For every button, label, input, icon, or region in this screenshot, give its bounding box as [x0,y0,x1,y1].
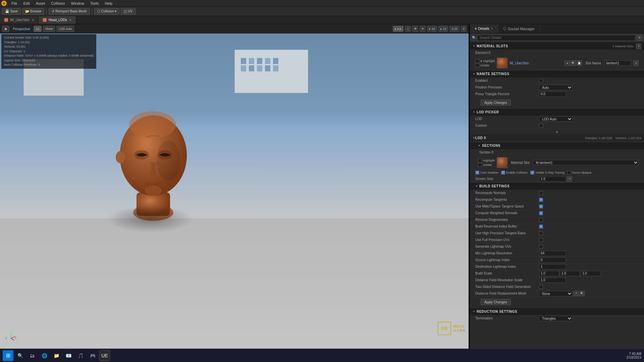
proxy-triangle-input[interactable] [539,92,566,97]
df-resolution-input[interactable] [539,278,566,283]
material-use-button[interactable]: ● [565,60,570,66]
enable-collision-flag[interactable]: Enable Collision [501,171,528,175]
menu-help[interactable]: Help [102,1,115,6]
cast-shadow-cb[interactable] [475,171,479,175]
cast-shadow-flag[interactable]: Cast Shadow [475,171,498,175]
menu-asset[interactable]: Asset [33,1,48,6]
enable-collision-cb[interactable] [501,171,505,175]
screen-size-reset[interactable]: ↺ [567,176,572,182]
force-opaque-cb[interactable] [567,171,571,175]
section0-highlight-cb[interactable] [478,159,482,163]
taskbar-files[interactable]: 📁 [51,350,62,361]
visible-ray-tracing-flag[interactable]: Visible In Ray Tracing [530,171,565,175]
viewport-realtime-btn[interactable]: ▸ ▸ ▸ [393,26,404,32]
taskbar-mail[interactable]: 📧 [63,350,74,361]
source-lightmap-input[interactable] [539,257,566,263]
taskbar-music[interactable]: 🎵 [75,350,86,361]
reimport-button[interactable]: ↺ Reimport Base Mesh [49,8,90,15]
section-reduction-settings[interactable]: Reduction Settings [470,308,644,315]
generate-lightmap-cb[interactable] [539,245,543,249]
search-input[interactable] [477,35,635,41]
taskbar-edge[interactable]: 🌐 [39,350,50,361]
build-scale-y[interactable] [560,271,580,276]
highlight-checkbox[interactable] [475,59,479,63]
highlight-check[interactable]: ● Highlight [475,59,495,63]
viewport-show-button[interactable]: Show [43,26,55,32]
min-lightmap-input[interactable] [539,251,566,256]
lod-picker-expand[interactable]: ▼ [470,129,644,134]
nanite-apply-button[interactable]: Apply Changes [481,100,511,106]
visible-ray-cb[interactable] [530,171,534,175]
use-mikktspace-cb[interactable] [539,204,543,208]
df-replacement-browse[interactable]: ↺ [573,291,579,296]
section-build-settings[interactable]: Build Settings [470,182,644,190]
termination-dropdown[interactable]: Triangles Vertices [539,316,573,321]
section0-highlight[interactable]: Highlight [478,159,495,163]
material-browse-button[interactable]: 📋 [577,60,582,66]
taskbar-gamepad[interactable]: 🎮 [87,350,98,361]
engine-logo[interactable]: U [1,1,7,6]
recompute-normals-cb[interactable] [539,191,543,195]
viewport-lit-button[interactable]: Lit [34,26,42,32]
two-sided-df-cb[interactable] [539,285,543,289]
high-precision-tangent-cb[interactable] [539,231,543,235]
collision-button[interactable]: ⬡ Collision ▾ [94,8,120,15]
slot-reset-button[interactable]: ↺ [633,60,639,66]
viewport-camera-icon[interactable]: 🎥 [405,26,411,32]
tab-close-1[interactable]: ✕ [69,18,72,22]
build-scale-z[interactable] [581,271,601,276]
browse-button[interactable]: 📂 Browse [22,8,44,15]
viewport-3d[interactable]: ◉ Perspective Lit Show LOD Auto ▸ ▸ ▸ 🎥 … [0,24,469,352]
tab-head-lods[interactable]: 🧱 Head_LODs ✕ [39,16,76,24]
section0-isolate[interactable]: Isolate [478,163,495,167]
material-slots-info-button[interactable]: ℹ [636,44,641,49]
build-reversed-cb[interactable] [539,225,543,229]
tab-details[interactable]: ≡ Details ✕ [470,24,498,33]
menu-collision[interactable]: Collision [48,1,68,6]
details-content[interactable]: MATERIAL SLOTS 1 Material Slots ℹ Elemen… [470,42,644,352]
save-button[interactable]: 💾 Save [2,8,21,15]
section0-material-dropdown[interactable]: M lambert1 [533,160,639,165]
taskbar-ue5[interactable]: UE [99,350,110,361]
slot-name-input[interactable] [604,60,631,66]
isolate-checkbox[interactable] [475,63,479,67]
taskbar-search[interactable]: 🔍 [15,350,25,361]
custom-checkbox[interactable] [539,124,543,128]
df-replacement-search[interactable]: 🔍 [579,291,585,296]
taskbar-explorer[interactable]: 🗂 [27,350,38,361]
menu-edit[interactable]: Edit [21,1,33,6]
force-opaque-flag[interactable]: Force Opaque [567,171,592,175]
viewport-eye-icon[interactable]: 👁 [412,26,418,32]
df-replacement-dropdown[interactable]: None [539,291,573,296]
tab-mi-uberskin[interactable]: 🧱 MI_UberSkin ✕ [0,16,39,24]
lod-dropdown[interactable]: LOD Auto LOD 0 LOD 1 [539,116,573,122]
menu-tools[interactable]: Tools [88,1,102,6]
menu-file[interactable]: File [9,1,20,6]
section0-isolate-cb[interactable] [478,163,482,167]
taskbar-start-button[interactable]: ⊞ [3,350,13,361]
build-settings-apply-button[interactable]: Apply Changes [481,299,511,305]
viewport-lod-button[interactable]: LOD Auto [56,26,74,32]
recompute-tangents-cb[interactable] [539,198,543,202]
section-nanite-settings[interactable]: NANITE SETTINGS [470,70,644,77]
viewport-light-icon[interactable]: ☀ [420,26,426,32]
uv-button[interactable]: ◫ UV [121,8,136,15]
section-material-slots[interactable]: MATERIAL SLOTS 1 Material Slots ℹ [470,42,644,50]
details-tab-close[interactable]: ✕ [491,27,493,30]
lod0-sections-header[interactable]: Sections [470,142,644,149]
menu-window[interactable]: Window [68,1,87,6]
lod0-header[interactable]: LOD 0 Triangles: 2,187,839 Vertices: 1,1… [470,134,644,142]
isolate-check[interactable]: Isolate [475,63,495,67]
dest-lightmap-input[interactable] [539,264,566,269]
full-precision-uvs-cb[interactable] [539,238,543,242]
position-precision-dropdown[interactable]: Auto Low High [539,85,573,90]
screen-size-input[interactable] [539,176,566,182]
viewport-mode-button[interactable]: ◉ [2,26,9,32]
material-find-button[interactable]: 🔍 [571,60,576,66]
search-settings-button[interactable]: ⚙ [637,35,642,41]
compute-weighted-cb[interactable] [539,211,543,215]
build-scale-x[interactable] [539,271,559,276]
tab-close-0[interactable]: ✕ [32,18,34,22]
tab-socket-manager[interactable]: ⬡ Socket Manager [498,24,540,33]
remove-degenerates-cb[interactable] [539,218,543,222]
